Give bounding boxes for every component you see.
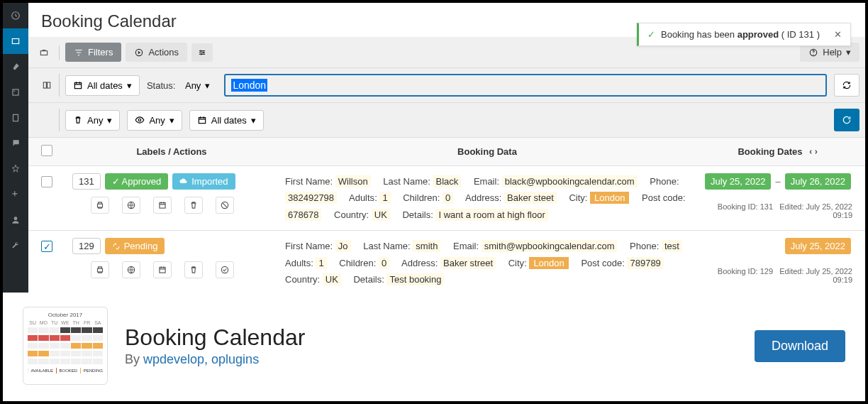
svg-rect-17: [199, 118, 205, 124]
date-pill[interactable]: July 25, 2022: [785, 238, 851, 254]
trash-filter-dropdown[interactable]: Any ▾: [65, 110, 120, 131]
status-pending[interactable]: Pending: [105, 238, 165, 254]
row-checkbox[interactable]: [41, 176, 52, 187]
booking-meta: Booking ID: 129 Edited: July 25, 2022 09…: [703, 267, 852, 284]
main-content: Booking Calendar ✓ Booking has been appr…: [28, 3, 865, 293]
svg-point-5: [14, 217, 18, 220]
plugin-thumbnail: October 2017 SUMOTUWETHFRSA AVAILABLE BO…: [23, 307, 108, 385]
tab-settings[interactable]: [191, 43, 213, 62]
svg-point-10: [201, 53, 202, 55]
search-input[interactable]: London: [224, 74, 827, 97]
status-filter-dropdown[interactable]: Any ▾: [178, 76, 217, 95]
success-notice: ✓ Booking has been approved ( ID 131 ) ✕: [637, 23, 851, 46]
svg-rect-4: [13, 114, 18, 121]
sidebar-dashboard-icon[interactable]: [3, 3, 28, 28]
tab-actions[interactable]: Actions: [126, 43, 187, 62]
approve-icon[interactable]: [216, 261, 234, 278]
calendar-icon[interactable]: [153, 261, 172, 278]
booking-id-badge: 129: [72, 238, 101, 254]
th-data: Booking Data: [285, 146, 689, 157]
sidebar-media-icon[interactable]: [3, 80, 28, 105]
plugin-footer: October 2017 SUMOTUWETHFRSA AVAILABLE BO…: [3, 293, 865, 399]
date-pill[interactable]: July 26, 2022: [785, 173, 851, 190]
sidebar-booking-icon[interactable]: [3, 28, 28, 54]
svg-rect-25: [160, 268, 165, 273]
svg-rect-1: [12, 39, 18, 44]
svg-point-3: [13, 90, 15, 92]
visibility-filter-dropdown[interactable]: Any ▾: [127, 110, 182, 131]
status-approved[interactable]: ✓ Approved: [105, 173, 169, 190]
th-labels: Labels / Actions: [72, 146, 271, 157]
reset-button[interactable]: [834, 74, 859, 97]
svg-rect-6: [40, 50, 47, 55]
sidebar-users-icon[interactable]: [3, 207, 28, 233]
caret-down-icon: ▾: [251, 115, 256, 126]
wp-admin-sidebar: [3, 3, 28, 293]
svg-rect-15: [74, 83, 81, 89]
booking-meta: Booking ID: 131 Edited: July 25, 2022 09…: [703, 202, 852, 219]
svg-rect-14: [47, 82, 50, 88]
trash-icon[interactable]: [184, 261, 203, 278]
plugin-author: By wpdevelop, oplugins: [125, 352, 305, 367]
globe-icon[interactable]: [122, 261, 140, 278]
caret-down-icon: ▾: [846, 47, 851, 58]
calendar-icon[interactable]: [153, 197, 172, 214]
booking-data: First Name Willson Last Name Black Email…: [285, 173, 689, 223]
check-icon: ✓: [647, 29, 655, 40]
svg-rect-18: [98, 204, 103, 207]
date-filter-dropdown[interactable]: All dates ▾: [65, 75, 140, 96]
svg-rect-2: [13, 89, 18, 95]
sidebar-plugins-icon[interactable]: [3, 182, 28, 207]
booking-data: First Name Jo Last Name smith Email smit…: [285, 238, 689, 288]
sidebar-appearance-icon[interactable]: [3, 156, 28, 182]
booking-row: 131 ✓ Approved Imported First Name Wills…: [28, 166, 865, 231]
svg-point-12: [813, 53, 814, 54]
status-imported[interactable]: Imported: [172, 173, 235, 190]
close-icon[interactable]: ✕: [834, 29, 842, 40]
print-icon[interactable]: [91, 197, 109, 214]
caret-down-icon: ▾: [107, 115, 112, 126]
row-checkbox[interactable]: ✓: [41, 241, 52, 252]
filter-row-1: All dates ▾ Status: Any ▾ London: [28, 68, 865, 103]
print-icon[interactable]: [91, 261, 109, 278]
svg-point-8: [200, 50, 201, 51]
briefcase-icon[interactable]: [35, 45, 53, 60]
date-filter-2-dropdown[interactable]: All dates ▾: [189, 110, 264, 131]
trash-icon[interactable]: [184, 197, 203, 214]
select-all-checkbox[interactable]: [41, 145, 52, 156]
tab-filters[interactable]: Filters: [65, 43, 121, 62]
sidebar-tools-icon[interactable]: [3, 233, 28, 258]
svg-point-26: [221, 267, 228, 273]
sidebar-comments-icon[interactable]: [3, 131, 28, 156]
caret-down-icon: ▾: [127, 80, 132, 91]
svg-rect-20: [160, 203, 165, 209]
deny-icon[interactable]: [216, 197, 234, 214]
date-pill[interactable]: July 25, 2022: [705, 173, 771, 190]
plugin-title: Booking Calendar: [125, 324, 305, 351]
booking-row: ✓ 129 Pending First Name Jo Last Name sm…: [28, 231, 865, 293]
svg-rect-13: [43, 82, 46, 88]
globe-icon[interactable]: [122, 197, 140, 214]
refresh-button[interactable]: [834, 109, 859, 131]
download-button[interactable]: Download: [755, 330, 845, 362]
svg-rect-23: [98, 268, 103, 272]
filter-row-2: Any ▾ Any ▾ All dates ▾: [28, 103, 865, 138]
svg-point-9: [203, 51, 204, 53]
th-dates[interactable]: Booking Dates: [703, 146, 852, 157]
table-header: Labels / Actions Booking Data Booking Da…: [28, 138, 865, 166]
author-link[interactable]: wpdevelop, oplugins: [143, 352, 259, 366]
caret-down-icon: ▾: [205, 80, 210, 91]
caret-down-icon: ▾: [169, 115, 174, 126]
booking-id-badge: 131: [72, 173, 101, 190]
svg-point-16: [139, 119, 142, 121]
sidebar-pages-icon[interactable]: [3, 105, 28, 131]
layout-icon[interactable]: [38, 78, 56, 92]
sidebar-pin-icon[interactable]: [3, 54, 28, 80]
